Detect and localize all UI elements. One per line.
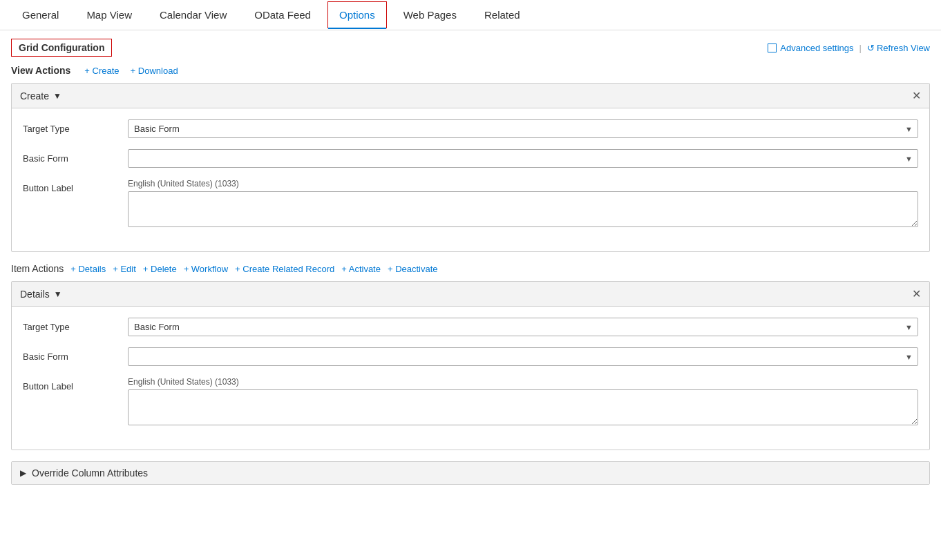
details-panel-body: Target Type Basic Form Advanced Form URL…: [12, 307, 929, 450]
override-panel-title: Override Column Attributes: [32, 467, 148, 479]
box-icon: [768, 44, 777, 52]
section-right-actions: Advanced settings | ↺ Refresh View: [768, 43, 930, 53]
details-button-label-control: English (United States) (1033): [128, 377, 918, 427]
activate-btn[interactable]: + Activate: [341, 264, 381, 274]
item-actions-row: Item Actions + Details + Edit + Delete +…: [11, 263, 930, 274]
grid-configuration-title: Grid Configuration: [11, 39, 112, 57]
nav-related[interactable]: Related: [473, 2, 531, 28]
details-panel-close[interactable]: ✕: [912, 287, 921, 300]
page-content: Grid Configuration Advanced settings | ↺…: [0, 30, 941, 504]
create-button-label-textarea[interactable]: [128, 191, 918, 227]
nav-odata-feed[interactable]: OData Feed: [243, 2, 322, 28]
create-panel-chevron[interactable]: ▼: [53, 91, 61, 101]
view-actions-row: View Actions + Create + Download: [11, 65, 930, 76]
create-basic-form-label: Basic Form: [23, 149, 120, 164]
override-column-attributes-panel: ▶ Override Column Attributes: [11, 461, 930, 485]
details-panel-chevron[interactable]: ▼: [54, 289, 62, 299]
create-panel-body: Target Type Basic Form Advanced Form URL…: [12, 108, 929, 251]
workflow-btn[interactable]: + Workflow: [184, 264, 228, 274]
create-related-record-btn[interactable]: + Create Related Record: [235, 264, 334, 274]
create-button-label-row: Button Label English (United States) (10…: [23, 179, 918, 229]
details-target-type-select[interactable]: Basic Form Advanced Form URL: [128, 318, 918, 336]
item-actions-label: Item Actions: [11, 263, 64, 274]
details-target-type-control: Basic Form Advanced Form URL: [128, 318, 918, 336]
details-button-label-textarea[interactable]: [128, 389, 918, 425]
override-panel-header: ▶ Override Column Attributes: [12, 462, 929, 484]
create-btn[interactable]: + Create: [84, 66, 119, 76]
nav-map-view[interactable]: Map View: [75, 2, 143, 28]
create-target-type-row: Target Type Basic Form Advanced Form URL: [23, 119, 918, 138]
details-target-type-select-wrap: Basic Form Advanced Form URL: [128, 318, 918, 336]
deactivate-btn[interactable]: + Deactivate: [388, 264, 438, 274]
details-button-label-label: Button Label: [23, 377, 120, 392]
details-basic-form-row: Basic Form: [23, 347, 918, 366]
details-basic-form-input-wrap: [128, 347, 918, 366]
nav-general[interactable]: General: [11, 2, 70, 28]
details-panel: Details ▼ ✕ Target Type Basic Form Advan…: [11, 281, 930, 450]
create-target-type-control: Basic Form Advanced Form URL: [128, 119, 918, 138]
details-target-type-label: Target Type: [23, 318, 120, 332]
create-panel-close[interactable]: ✕: [912, 89, 921, 102]
override-panel-header-left: ▶ Override Column Attributes: [20, 467, 148, 479]
details-basic-form-input[interactable]: [128, 347, 918, 366]
create-basic-form-input-wrap: [128, 149, 918, 168]
nav-web-pages[interactable]: Web Pages: [392, 2, 468, 28]
advanced-settings-btn[interactable]: Advanced settings: [768, 43, 853, 53]
create-basic-form-input[interactable]: [128, 149, 918, 168]
details-basic-form-control: [128, 347, 918, 366]
details-panel-header-left: Details ▼: [20, 289, 62, 300]
section-header: Grid Configuration Advanced settings | ↺…: [11, 39, 930, 57]
create-basic-form-row: Basic Form: [23, 149, 918, 168]
details-basic-form-label: Basic Form: [23, 347, 120, 362]
details-btn[interactable]: + Details: [70, 264, 106, 274]
edit-btn[interactable]: + Edit: [113, 264, 136, 274]
create-target-type-select[interactable]: Basic Form Advanced Form URL: [128, 119, 918, 138]
details-panel-header: Details ▼ ✕: [12, 282, 929, 307]
download-btn[interactable]: + Download: [131, 66, 178, 76]
create-panel-header: Create ▼ ✕: [12, 84, 929, 108]
create-button-label-control: English (United States) (1033): [128, 179, 918, 229]
top-navigation: General Map View Calendar View OData Fee…: [0, 0, 941, 30]
details-locale-label: English (United States) (1033): [128, 377, 918, 387]
separator: |: [859, 43, 862, 53]
create-panel-header-left: Create ▼: [20, 90, 61, 102]
nav-calendar-view[interactable]: Calendar View: [149, 2, 238, 28]
create-basic-form-control: [128, 149, 918, 168]
details-target-type-row: Target Type Basic Form Advanced Form URL: [23, 318, 918, 336]
override-panel-arrow[interactable]: ▶: [20, 468, 26, 478]
refresh-icon: ↺: [867, 43, 875, 53]
create-button-label-label: Button Label: [23, 179, 120, 193]
nav-options[interactable]: Options: [327, 1, 387, 28]
create-locale-label: English (United States) (1033): [128, 179, 918, 189]
create-target-type-label: Target Type: [23, 119, 120, 134]
details-button-label-row: Button Label English (United States) (10…: [23, 377, 918, 427]
delete-btn[interactable]: + Delete: [143, 264, 177, 274]
refresh-view-btn[interactable]: ↺ Refresh View: [867, 43, 930, 53]
create-target-type-select-wrap: Basic Form Advanced Form URL: [128, 119, 918, 138]
view-actions-label: View Actions: [11, 65, 70, 76]
create-panel-title: Create: [20, 90, 49, 102]
details-panel-title: Details: [20, 289, 50, 300]
create-panel: Create ▼ ✕ Target Type Basic Form Advanc…: [11, 83, 930, 252]
